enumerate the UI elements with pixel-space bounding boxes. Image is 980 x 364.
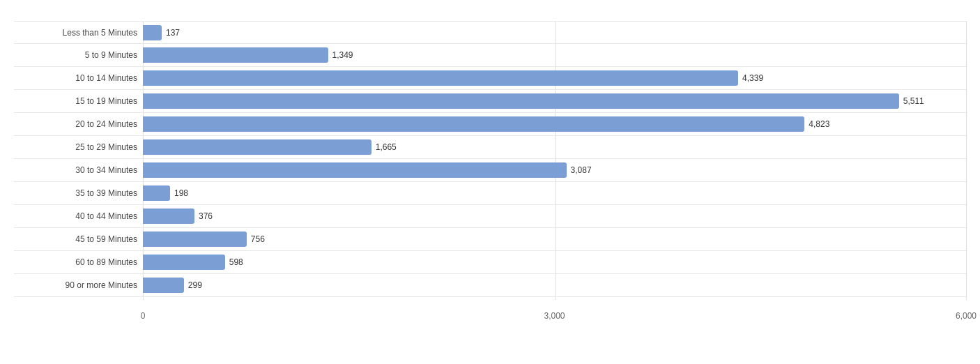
chart-area: Less than 5 Minutes1375 to 9 Minutes1,34… <box>14 21 966 321</box>
bar-label: 35 to 39 Minutes <box>14 188 143 198</box>
bar-value: 299 <box>188 280 202 290</box>
bar-row: 5 to 9 Minutes1,349 <box>14 44 966 67</box>
bar-fill: 376 <box>143 208 194 224</box>
bar-track: 1,665 <box>143 136 966 158</box>
bar-track: 376 <box>143 205 966 227</box>
bar-label: 20 to 24 Minutes <box>14 119 143 129</box>
bar-label: 90 or more Minutes <box>14 280 143 290</box>
grid-line <box>966 21 967 300</box>
bar-track: 5,511 <box>143 90 966 112</box>
bar-track: 299 <box>143 274 966 296</box>
bar-value: 598 <box>229 257 243 267</box>
bar-label: 60 to 89 Minutes <box>14 257 143 267</box>
bar-track: 4,823 <box>143 113 966 135</box>
bar-value: 3,087 <box>571 165 592 175</box>
bar-value: 137 <box>166 28 180 38</box>
bar-label: 15 to 19 Minutes <box>14 96 143 106</box>
bar-value: 5,511 <box>903 96 924 106</box>
x-tick: 6,000 <box>956 311 977 321</box>
bar-fill: 299 <box>143 278 184 293</box>
bar-track: 1,349 <box>143 44 966 66</box>
bar-value: 4,339 <box>742 73 763 83</box>
bar-fill: 756 <box>143 232 247 247</box>
bar-label: Less than 5 Minutes <box>14 28 143 38</box>
bar-value: 376 <box>199 211 213 221</box>
bar-label: 45 to 59 Minutes <box>14 234 143 244</box>
bar-label: 40 to 44 Minutes <box>14 211 143 221</box>
bar-row: 60 to 89 Minutes598 <box>14 251 966 274</box>
bar-row: 35 to 39 Minutes198 <box>14 182 966 205</box>
x-tick: 0 <box>141 311 146 321</box>
bar-row: 45 to 59 Minutes756 <box>14 228 966 251</box>
bar-value: 4,823 <box>809 119 829 129</box>
bar-fill: 1,665 <box>143 139 372 155</box>
bar-label: 25 to 29 Minutes <box>14 142 143 152</box>
bar-rows: Less than 5 Minutes1375 to 9 Minutes1,34… <box>14 21 966 300</box>
bar-fill: 5,511 <box>143 93 899 109</box>
bar-fill: 4,339 <box>143 70 738 86</box>
bar-row: 90 or more Minutes299 <box>14 274 966 297</box>
bar-value: 1,665 <box>376 142 397 152</box>
bar-row: 25 to 29 Minutes1,665 <box>14 136 966 159</box>
bar-row: 30 to 34 Minutes3,087 <box>14 159 966 182</box>
bar-track: 3,087 <box>143 159 966 181</box>
bar-row: 20 to 24 Minutes4,823 <box>14 113 966 136</box>
bar-track: 198 <box>143 182 966 204</box>
bar-track: 756 <box>143 228 966 250</box>
x-axis: 03,0006,000 <box>143 300 966 321</box>
bar-row: Less than 5 Minutes137 <box>14 21 966 44</box>
bar-fill: 3,087 <box>143 162 567 178</box>
bar-row: 10 to 14 Minutes4,339 <box>14 67 966 90</box>
x-tick: 3,000 <box>544 311 565 321</box>
bar-label: 30 to 34 Minutes <box>14 165 143 175</box>
bar-row: 15 to 19 Minutes5,511 <box>14 90 966 113</box>
bar-track: 137 <box>143 22 966 43</box>
bar-value: 198 <box>174 188 188 198</box>
bar-value: 1,349 <box>332 50 353 60</box>
chart-container: Less than 5 Minutes1375 to 9 Minutes1,34… <box>0 0 980 364</box>
bar-fill: 598 <box>143 255 225 270</box>
bar-fill: 4,823 <box>143 116 804 132</box>
bar-label: 5 to 9 Minutes <box>14 50 143 60</box>
bar-row: 40 to 44 Minutes376 <box>14 205 966 228</box>
bar-value: 756 <box>251 234 265 244</box>
bar-fill: 137 <box>143 25 162 40</box>
bar-fill: 1,349 <box>143 47 328 63</box>
bar-fill: 198 <box>143 185 170 201</box>
bar-track: 598 <box>143 251 966 273</box>
bar-track: 4,339 <box>143 67 966 89</box>
bar-label: 10 to 14 Minutes <box>14 73 143 83</box>
